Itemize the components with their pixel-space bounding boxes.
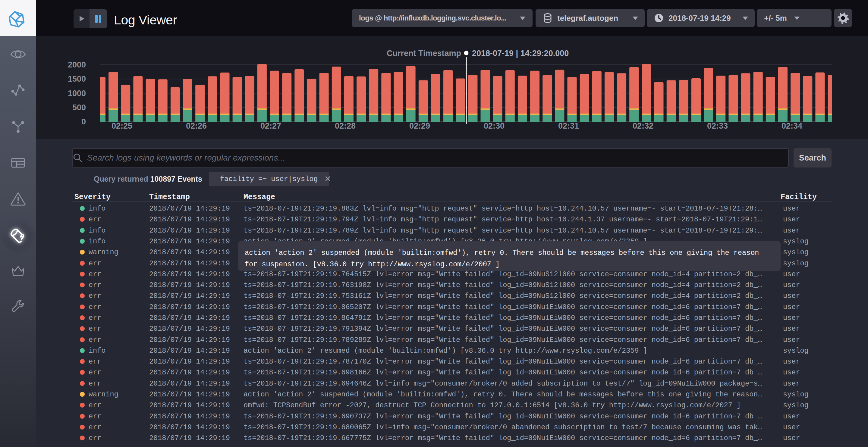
svg-text:2000: 2000 xyxy=(68,60,86,69)
svg-text:02:27: 02:27 xyxy=(260,121,281,130)
svg-text:02:33: 02:33 xyxy=(707,121,728,130)
svg-text:02:32: 02:32 xyxy=(632,121,653,130)
svg-text:02:29: 02:29 xyxy=(409,121,430,130)
svg-text:02:26: 02:26 xyxy=(186,121,207,130)
svg-text:02:25: 02:25 xyxy=(112,121,132,130)
svg-text:02:34: 02:34 xyxy=(781,121,802,130)
svg-text:500: 500 xyxy=(72,103,86,112)
svg-text:02:28: 02:28 xyxy=(335,121,355,130)
svg-text:2018-07-19 | 14:29:20.000: 2018-07-19 | 14:29:20.000 xyxy=(472,49,569,58)
svg-text:1000: 1000 xyxy=(68,89,86,98)
svg-text:1500: 1500 xyxy=(68,74,86,84)
svg-text:02:31: 02:31 xyxy=(558,121,579,130)
svg-text:02:30: 02:30 xyxy=(484,121,504,130)
svg-text:0: 0 xyxy=(82,117,86,126)
svg-text:Current Timestamp: Current Timestamp xyxy=(387,49,461,58)
